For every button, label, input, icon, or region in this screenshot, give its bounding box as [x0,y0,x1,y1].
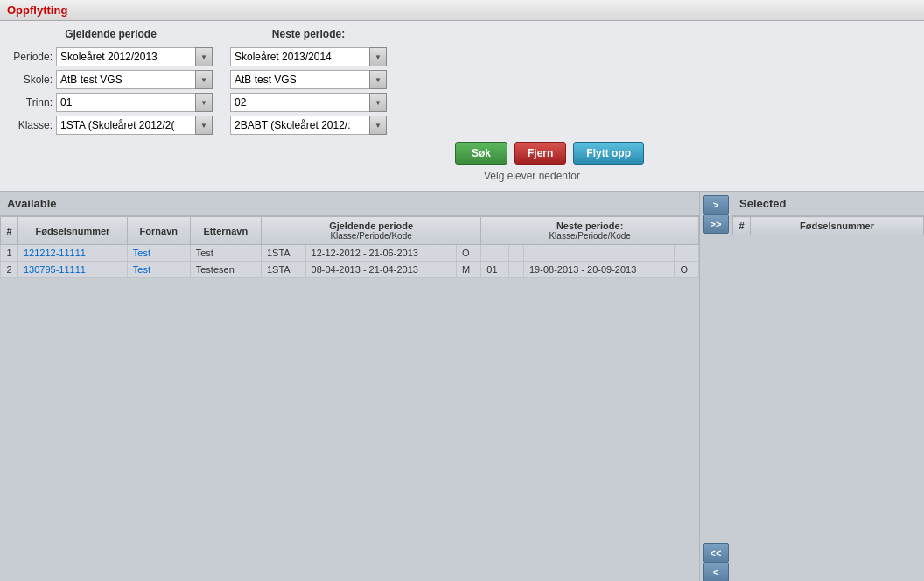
row1-kode: O [457,245,481,262]
next-periode-row [230,47,387,66]
klasse-select-wrapper [56,116,213,135]
selected-col-fodselsnummer: Fødselsnummer [751,217,924,235]
skole-input[interactable] [56,70,196,89]
next-trinn-input[interactable] [230,93,370,112]
next-klasse-dropdown-btn[interactable] [369,116,387,135]
next-klasse-row [230,116,387,135]
row2-num: 2 [1,262,18,278]
col-num: # [1,217,18,245]
row2-etternavn: Testesen [190,262,261,278]
current-period-column: Gjeldende periode Periode: Skole: Trinn: [9,28,213,135]
available-table: # Fødselsnummer Fornavn Etternavn Gjelde… [0,216,699,278]
current-period-label: Gjeldende periode [9,28,213,40]
next-skole-select-wrapper [230,70,387,89]
selected-title: Selected [732,192,924,216]
selected-table: # Fødselsnummer [732,216,924,235]
velg-text: Velg elever nedenfor [9,170,915,182]
form-area: Gjeldende periode Periode: Skole: Trinn: [0,21,924,192]
skole-dropdown-btn[interactable] [195,70,213,89]
next-periode-input[interactable] [230,47,370,66]
table-row: 2 130795-11111 Test Testesen 1STA 08-04-… [1,262,699,278]
action-buttons-row: Søk Fjern Flytt opp [9,142,915,164]
selected-header-row: # Fødselsnummer [733,217,924,235]
next-trinn-select-wrapper [230,93,387,112]
row2-fornavn: Test [127,262,190,278]
col-fornavn: Fornavn [127,217,190,245]
available-title: Available [0,192,699,216]
next-trinn-row [230,93,387,112]
selected-col-num: # [733,217,751,235]
col-neste: Neste periode: Klasse/Periode/Kode [481,217,699,245]
row1-neste-kode [675,245,699,262]
row1-neste-trinn [481,245,509,262]
mid-buttons-column: > >> << < [700,192,732,581]
trinn-select-wrapper [56,93,213,112]
col-gjeldende: Gjeldende periode Klasse/Periode/Kode [261,217,480,245]
move-all-left-button[interactable]: << [703,543,729,563]
col-etternavn: Etternavn [190,217,261,245]
periode-dropdown-btn[interactable] [195,47,213,66]
table-header-row: # Fødselsnummer Fornavn Etternavn Gjelde… [1,217,699,245]
periode-select-wrapper [56,47,213,66]
klasse-row: Klasse: [9,116,213,135]
row1-fodselsnummer-link[interactable]: 121212-11111 [24,248,86,258]
col-fodselsnummer: Fødselsnummer [18,217,128,245]
sok-button[interactable]: Søk [455,142,508,164]
next-trinn-dropdown-btn[interactable] [369,93,387,112]
next-periode-select-wrapper [230,47,387,66]
trinn-dropdown-btn[interactable] [195,93,213,112]
trinn-row: Trinn: [9,93,213,112]
available-panel: Available # Fødselsnummer Fornavn Ettern… [0,192,700,581]
move-right-button[interactable]: > [703,195,729,214]
trinn-input[interactable] [56,93,196,112]
move-all-right-button[interactable]: >> [703,214,729,234]
row2-fodselsnummer-link[interactable]: 130795-11111 [24,264,86,275]
panels-wrapper: Available # Fødselsnummer Fornavn Ettern… [0,192,924,581]
row2-fodselsnummer: 130795-11111 [18,262,128,278]
next-period-column: Neste periode: [230,28,387,135]
selected-panel: Selected # Fødselsnummer [732,192,924,581]
klasse-label: Klasse: [9,119,52,131]
row2-neste-trinn: 01 [481,262,509,278]
row1-fornavn-link[interactable]: Test [133,248,150,258]
row1-periode: 12-12-2012 - 21-06-2013 [305,245,456,262]
row1-fornavn: Test [127,245,190,262]
row1-fodselsnummer: 121212-11111 [18,245,128,262]
row2-periode: 08-04-2013 - 21-04-2013 [305,262,456,278]
next-periode-dropdown-btn[interactable] [369,47,387,66]
row1-neste-periode [524,245,675,262]
table-row: 1 121212-11111 Test Test 1STA 12-12-2012… [1,245,699,262]
row2-kode: M [457,262,481,278]
move-left-button[interactable]: < [703,563,729,581]
next-klasse-select-wrapper [230,116,387,135]
periode-row: Periode: [9,47,213,66]
periode-label: Periode: [9,51,52,63]
next-skole-input[interactable] [230,70,370,89]
klasse-dropdown-btn[interactable] [195,116,213,135]
periode-input[interactable] [56,47,196,66]
row1-klasse: 1STA [261,245,305,262]
next-period-label: Neste periode: [230,28,387,40]
row1-etternavn: Test [190,245,261,262]
fjern-button[interactable]: Fjern [514,142,566,164]
row2-neste-klasse [509,262,524,278]
next-skole-dropdown-btn[interactable] [369,70,387,89]
flytt-button[interactable]: Flytt opp [573,142,644,164]
row2-neste-kode: O [675,262,699,278]
next-klasse-input[interactable] [230,116,370,135]
row1-num: 1 [1,245,18,262]
row2-neste-periode: 19-08-2013 - 20-09-2013 [524,262,675,278]
next-skole-row [230,70,387,89]
page-title: Oppflytting [0,0,924,21]
skole-row: Skole: [9,70,213,89]
skole-label: Skole: [9,74,52,86]
skole-select-wrapper [56,70,213,89]
row2-klasse: 1STA [261,262,305,278]
klasse-input[interactable] [56,116,196,135]
trinn-label: Trinn: [9,96,52,108]
row1-neste-klasse [509,245,524,262]
row2-fornavn-link[interactable]: Test [133,264,150,275]
